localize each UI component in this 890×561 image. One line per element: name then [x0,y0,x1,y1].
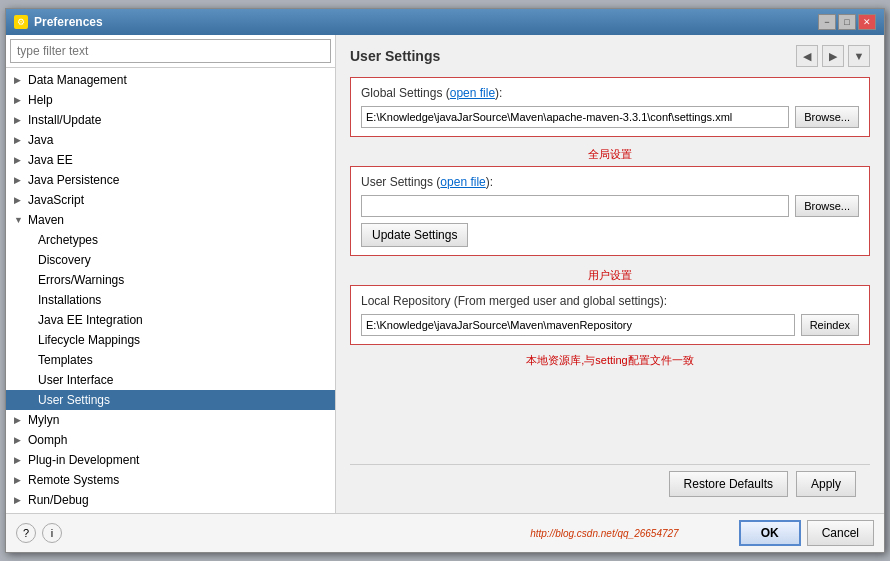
user-settings-open-file-link[interactable]: open file [440,175,485,189]
local-repo-label: Local Repository (From merged user and g… [361,294,859,308]
tree-item-label: Maven [28,213,64,227]
tree-item-data-management[interactable]: ▶ Data Management [6,70,335,90]
filter-box [6,35,335,68]
expand-arrow: ▼ [14,215,24,225]
global-settings-input[interactable] [361,106,789,128]
global-settings-box: Global Settings (open file): Browse... [350,77,870,137]
apply-button[interactable]: Apply [796,471,856,497]
tree-item-archetypes[interactable]: Archetypes [6,230,335,250]
tree-item-java[interactable]: ▶ Java [6,130,335,150]
global-settings-browse-button[interactable]: Browse... [795,106,859,128]
tree-item-user-interface[interactable]: User Interface [6,370,335,390]
tree-item-run-debug[interactable]: ▶ Run/Debug [6,490,335,510]
tree-item-remote-systems[interactable]: ▶ Remote Systems [6,470,335,490]
user-settings-input-row: Browse... [361,195,859,217]
right-panel-title: User Settings [350,48,440,64]
ok-button[interactable]: OK [739,520,801,546]
footer-link: http://blog.csdn.net/qq_26654727 [530,528,678,539]
tree-item-label: Java EE Integration [38,313,143,327]
expand-arrow: ▶ [14,475,24,485]
dialog-icon: ⚙ [14,15,28,29]
tree-item-plug-in-development[interactable]: ▶ Plug-in Development [6,450,335,470]
tree-item-label: Templates [38,353,93,367]
reindex-button[interactable]: Reindex [801,314,859,336]
local-annotation: 本地资源库,与setting配置文件一致 [350,353,870,368]
expand-arrow: ▶ [14,195,24,205]
tree-item-label: Remote Systems [28,473,119,487]
local-repo-box: Local Repository (From merged user and g… [350,285,870,345]
tree-item-label: Plug-in Development [28,453,139,467]
user-settings-browse-button[interactable]: Browse... [795,195,859,217]
tree-item-lifecycle-mappings[interactable]: Lifecycle Mappings [6,330,335,350]
nav-forward-button[interactable]: ▶ [822,45,844,67]
tree-item-installations[interactable]: Installations [6,290,335,310]
tree-item-label: Install/Update [28,113,101,127]
nav-forward-icon: ▶ [829,50,837,63]
user-settings-input[interactable] [361,195,789,217]
global-annotation: 全局设置 [350,147,870,162]
user-annotation: 用户设置 [350,268,870,283]
tree-item-javascript[interactable]: ▶ JavaScript [6,190,335,210]
help-icon-button[interactable]: ? [16,523,36,543]
tree-item-label: Discovery [38,253,91,267]
tree-item-label: Lifecycle Mappings [38,333,140,347]
title-bar: ⚙ Preferences − □ ✕ [6,9,884,35]
expand-arrow: ▶ [14,455,24,465]
tree-item-label: Errors/Warnings [38,273,124,287]
nav-back-button[interactable]: ◀ [796,45,818,67]
tree-item-java-ee-integration[interactable]: Java EE Integration [6,310,335,330]
expand-arrow: ▶ [14,435,24,445]
maximize-button[interactable]: □ [838,14,856,30]
cancel-button[interactable]: Cancel [807,520,874,546]
tree-item-errors-warnings[interactable]: Errors/Warnings [6,270,335,290]
tree-item-label: Oomph [28,433,67,447]
tree-item-oomph[interactable]: ▶ Oomph [6,430,335,450]
user-settings-box: User Settings (open file): Browse... Upd… [350,166,870,256]
tree-item-label: Java EE [28,153,73,167]
local-repo-input[interactable] [361,314,795,336]
footer-icons: ? i [16,523,62,543]
nav-menu-icon: ▼ [854,50,865,62]
tree-item-user-settings[interactable]: User Settings [6,390,335,410]
dialog-bottom: ? i http://blog.csdn.net/qq_26654727 OK … [6,513,884,552]
expand-arrow: ▶ [14,155,24,165]
update-settings-button[interactable]: Update Settings [361,223,468,247]
preferences-dialog: ⚙ Preferences − □ ✕ ▶ Data Management [5,8,885,553]
nav-back-icon: ◀ [803,50,811,63]
tree-item-label: Run/Debug [28,493,89,507]
tree-item-install-update[interactable]: ▶ Install/Update [6,110,335,130]
right-panel-bottom-bar: Restore Defaults Apply [350,464,870,503]
right-panel: User Settings ◀ ▶ ▼ Global Settings (op [336,35,884,513]
title-buttons: − □ ✕ [818,14,876,30]
info-icon-button[interactable]: i [42,523,62,543]
filter-input[interactable] [10,39,331,63]
tree-item-templates[interactable]: Templates [6,350,335,370]
nav-menu-button[interactable]: ▼ [848,45,870,67]
right-header: User Settings ◀ ▶ ▼ [350,45,870,67]
local-repo-input-row: Reindex [361,314,859,336]
tree-item-label: User Interface [38,373,113,387]
close-button[interactable]: ✕ [858,14,876,30]
expand-arrow: ▶ [14,135,24,145]
restore-defaults-button[interactable]: Restore Defaults [669,471,788,497]
tree-item-label: JavaScript [28,193,84,207]
info-icon: i [51,527,53,539]
nav-buttons: ◀ ▶ ▼ [796,45,870,67]
global-settings-open-file-link[interactable]: open file [450,86,495,100]
tree-item-label: User Settings [38,393,110,407]
tree-item-maven[interactable]: ▼ Maven [6,210,335,230]
tree-item-discovery[interactable]: Discovery [6,250,335,270]
dialog-title: Preferences [34,15,103,29]
global-settings-input-row: Browse... [361,106,859,128]
left-panel: ▶ Data Management ▶ Help ▶ Install/Updat… [6,35,336,513]
tree-item-help[interactable]: ▶ Help [6,90,335,110]
minimize-button[interactable]: − [818,14,836,30]
tree-item-mylyn[interactable]: ▶ Mylyn [6,410,335,430]
tree-item-label: Java [28,133,53,147]
tree-item-label: Archetypes [38,233,98,247]
tree-item-java-persistence[interactable]: ▶ Java Persistence [6,170,335,190]
tree-item-label: Data Management [28,73,127,87]
tree-item-java-ee[interactable]: ▶ Java EE [6,150,335,170]
user-settings-label: User Settings (open file): [361,175,859,189]
expand-arrow: ▶ [14,75,24,85]
